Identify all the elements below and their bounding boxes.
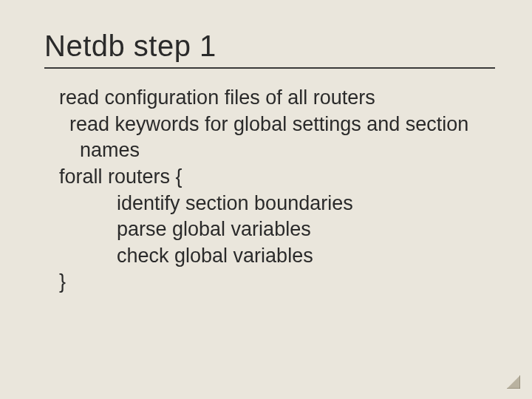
slide-body: read configuration files of all routers … [44,85,495,296]
pseudocode-line: check global variables [59,243,495,270]
pseudocode-line: parse global variables [59,216,495,243]
slide-title: Netdb step 1 [44,30,495,63]
pseudocode-line: identify section boundaries [59,191,495,217]
title-rule [44,67,495,69]
pseudocode-line: read configuration files of all routers [59,85,495,112]
slide: Netdb step 1 read configuration files of… [0,0,532,399]
pseudocode-line: read keywords for global settings and se… [59,112,495,164]
pseudocode-line: } [59,269,495,296]
corner-decoration-icon [507,375,520,389]
pseudocode-line: forall routers { [59,164,495,191]
